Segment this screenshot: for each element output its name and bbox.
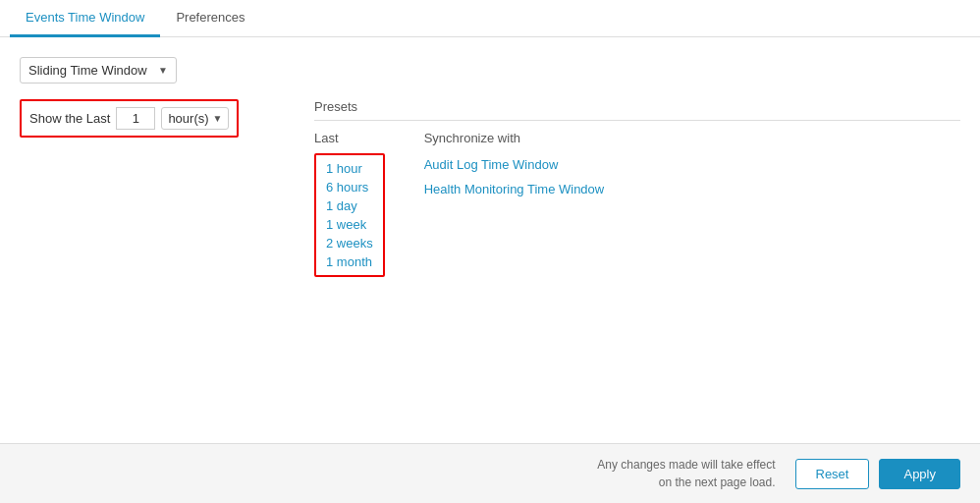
last-column-header: Last bbox=[314, 131, 385, 145]
footer-note-line2: on the next page load. bbox=[659, 475, 776, 489]
preset-1-month[interactable]: 1 month bbox=[318, 252, 381, 271]
main-content: Sliding Time Window ▼ Show the Last hour… bbox=[0, 37, 980, 443]
footer-note-line1: Any changes made will take effect bbox=[597, 458, 775, 472]
footer-buttons: Reset Apply bbox=[795, 459, 961, 489]
reset-button[interactable]: Reset bbox=[795, 459, 870, 489]
sync-health-monitoring[interactable]: Health Monitoring Time Window bbox=[424, 178, 605, 202]
unit-label: hour(s) bbox=[168, 111, 208, 126]
preset-1-day[interactable]: 1 day bbox=[318, 196, 381, 215]
preset-6-hours[interactable]: 6 hours bbox=[318, 178, 381, 196]
tab-bar: Events Time Window Preferences bbox=[0, 0, 980, 37]
unit-chevron-icon: ▼ bbox=[213, 113, 223, 124]
presets-title: Presets bbox=[314, 99, 960, 121]
show-last-label: Show the Last bbox=[29, 111, 110, 126]
footer-note: Any changes made will take effect on the… bbox=[20, 456, 795, 491]
tab-preferences[interactable]: Preferences bbox=[160, 0, 260, 37]
preset-1-hour[interactable]: 1 hour bbox=[318, 159, 381, 178]
sync-column: Synchronize with Audit Log Time Window H… bbox=[424, 131, 605, 277]
show-last-box: Show the Last hour(s) ▼ bbox=[20, 99, 239, 138]
show-last-input[interactable] bbox=[116, 107, 155, 130]
last-column: Last 1 hour 6 hours 1 day 1 week 2 weeks… bbox=[314, 131, 385, 277]
dropdown-label: Sliding Time Window bbox=[28, 63, 147, 78]
unit-dropdown[interactable]: hour(s) ▼ bbox=[161, 107, 229, 130]
right-panel: Presets Last 1 hour 6 hours 1 day 1 week… bbox=[295, 99, 960, 277]
sync-audit-log[interactable]: Audit Log Time Window bbox=[424, 153, 605, 178]
preset-1-week[interactable]: 1 week bbox=[318, 215, 381, 234]
presets-columns: Last 1 hour 6 hours 1 day 1 week 2 weeks… bbox=[314, 131, 960, 277]
tab-events-time-window[interactable]: Events Time Window bbox=[10, 0, 160, 37]
dropdown-row: Sliding Time Window ▼ bbox=[20, 57, 960, 84]
chevron-down-icon: ▼ bbox=[158, 65, 168, 76]
preset-last-box: 1 hour 6 hours 1 day 1 week 2 weeks 1 mo… bbox=[314, 153, 385, 277]
sync-column-header: Synchronize with bbox=[424, 131, 605, 145]
footer: Any changes made will take effect on the… bbox=[0, 443, 980, 503]
sliding-time-window-dropdown[interactable]: Sliding Time Window ▼ bbox=[20, 57, 177, 84]
apply-button[interactable]: Apply bbox=[879, 459, 960, 489]
panels-row: Show the Last hour(s) ▼ Presets Last 1 h… bbox=[20, 99, 960, 277]
preset-2-weeks[interactable]: 2 weeks bbox=[318, 234, 381, 252]
left-panel: Show the Last hour(s) ▼ bbox=[20, 99, 295, 277]
